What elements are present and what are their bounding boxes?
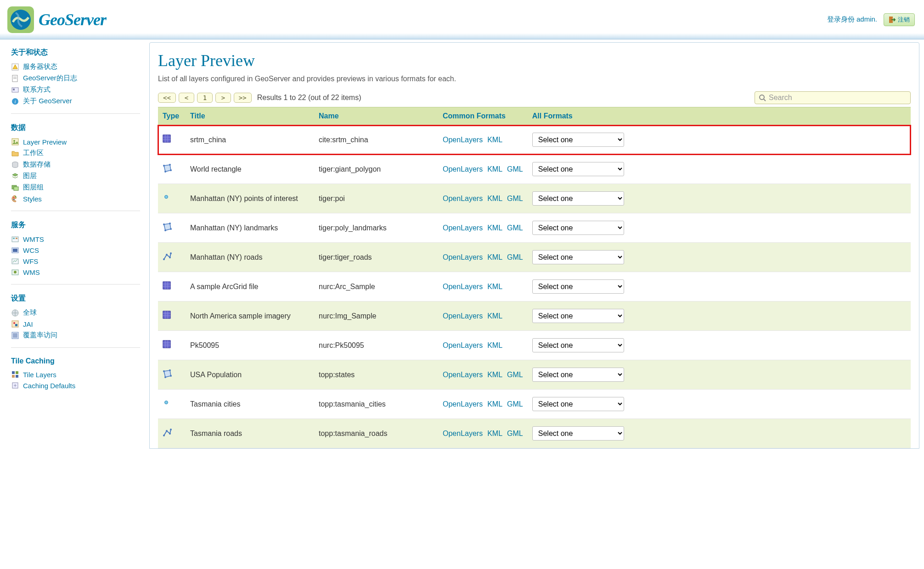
format-link-gml[interactable]: GML xyxy=(507,253,523,262)
col-all[interactable]: All Formats xyxy=(528,107,911,125)
sidebar-item[interactable]: Layer Preview xyxy=(11,136,140,147)
format-link-kml[interactable]: KML xyxy=(487,195,502,203)
sidebar-section: Tile CachingTile LayersCaching Defaults xyxy=(11,357,140,397)
sidebar-item[interactable]: WFS xyxy=(11,256,140,267)
col-name[interactable]: Name xyxy=(314,107,438,125)
format-link-openlayers[interactable]: OpenLayers xyxy=(443,165,483,173)
all-formats-select[interactable]: Select one xyxy=(532,162,624,176)
svg-point-76 xyxy=(163,370,165,372)
format-link-openlayers[interactable]: OpenLayers xyxy=(443,400,483,408)
format-link-openlayers[interactable]: OpenLayers xyxy=(443,136,483,144)
sidebar-item[interactable]: 图层组 xyxy=(11,182,140,193)
search-input[interactable] xyxy=(769,94,907,102)
page-prev-button[interactable]: < xyxy=(179,93,194,103)
col-common[interactable]: Common Formats xyxy=(438,107,528,125)
all-formats-select[interactable]: Select one xyxy=(532,191,624,206)
all-formats-select[interactable]: Select one xyxy=(532,250,624,264)
format-link-kml[interactable]: KML xyxy=(487,341,502,350)
door-exit-icon xyxy=(889,16,896,23)
table-header-row: Type Title Name Common Formats All Forma… xyxy=(158,107,911,125)
page-first-button[interactable]: << xyxy=(158,93,176,103)
cell-name: nurc:Arc_Sample xyxy=(314,272,438,301)
format-link-kml[interactable]: KML xyxy=(487,136,502,144)
sidebar-item[interactable]: Tile Layers xyxy=(11,369,140,380)
all-formats-select[interactable]: Select one xyxy=(532,221,624,235)
svg-text:i: i xyxy=(14,99,16,104)
page-next-button[interactable]: > xyxy=(215,93,231,103)
format-link-kml[interactable]: KML xyxy=(487,371,502,379)
format-link-openlayers[interactable]: OpenLayers xyxy=(443,253,483,262)
format-link-gml[interactable]: GML xyxy=(507,224,523,232)
format-link-kml[interactable]: KML xyxy=(487,400,502,408)
search-icon xyxy=(759,94,766,101)
sidebar-item[interactable]: JAI xyxy=(11,318,140,329)
svg-point-51 xyxy=(169,223,171,224)
sidebar-item[interactable]: 服务器状态 xyxy=(11,61,140,73)
format-link-openlayers[interactable]: OpenLayers xyxy=(443,195,483,203)
all-formats-select[interactable]: Select one xyxy=(532,397,624,411)
format-link-openlayers[interactable]: OpenLayers xyxy=(443,341,483,350)
format-link-openlayers[interactable]: OpenLayers xyxy=(443,430,483,438)
table-row: Manhattan (NY) roadstiger:tiger_roadsOpe… xyxy=(158,243,911,272)
all-formats-select[interactable]: Select one xyxy=(532,309,624,323)
sidebar-item-label: WCS xyxy=(23,246,39,254)
layers-table: Type Title Name Common Formats All Forma… xyxy=(158,107,911,448)
sidebar-item[interactable]: WMS xyxy=(11,267,140,278)
format-link-gml[interactable]: GML xyxy=(507,400,523,408)
sidebar-item[interactable]: 图层 xyxy=(11,170,140,182)
format-link-gml[interactable]: GML xyxy=(507,430,523,438)
sidebar-item-label: Caching Defaults xyxy=(23,382,75,390)
format-link-kml[interactable]: KML xyxy=(487,430,502,438)
format-link-openlayers[interactable]: OpenLayers xyxy=(443,224,483,232)
sidebar-item[interactable]: WCS xyxy=(11,245,140,256)
format-link-kml[interactable]: KML xyxy=(487,283,502,291)
format-link-kml[interactable]: KML xyxy=(487,312,502,320)
svg-point-48 xyxy=(164,171,166,173)
sidebar-item-label: WMS xyxy=(23,268,40,276)
sidebar-item-label: 覆盖率访问 xyxy=(23,331,57,340)
sidebar-item[interactable]: 覆盖率访问 xyxy=(11,329,140,341)
cell-type xyxy=(158,155,186,184)
format-link-kml[interactable]: KML xyxy=(487,253,502,262)
col-title[interactable]: Title xyxy=(186,107,314,125)
format-link-gml[interactable]: GML xyxy=(507,165,523,173)
svg-rect-35 xyxy=(16,375,18,378)
all-formats-select[interactable]: Select one xyxy=(532,338,624,352)
sidebar-item[interactable]: 数据存储 xyxy=(11,159,140,170)
svg-rect-34 xyxy=(12,375,15,378)
sidebar-item[interactable]: Caching Defaults xyxy=(11,380,140,391)
svg-rect-58 xyxy=(163,282,170,289)
svg-point-55 xyxy=(166,254,168,256)
all-formats-select[interactable]: Select one xyxy=(532,426,624,441)
brand[interactable]: GeoServer xyxy=(6,6,106,34)
search-box[interactable] xyxy=(755,91,911,104)
sidebar-item[interactable]: i关于 GeoServer xyxy=(11,95,140,107)
warn-icon xyxy=(11,63,19,71)
all-formats-select[interactable]: Select one xyxy=(532,279,624,294)
sidebar-item[interactable]: 全球 xyxy=(11,307,140,318)
format-link-openlayers[interactable]: OpenLayers xyxy=(443,283,483,291)
format-link-gml[interactable]: GML xyxy=(507,371,523,379)
format-link-openlayers[interactable]: OpenLayers xyxy=(443,312,483,320)
logout-button[interactable]: 注销 xyxy=(884,13,915,26)
sidebar-item[interactable]: GeoServer的日志 xyxy=(11,73,140,84)
page-number-button[interactable]: 1 xyxy=(197,93,213,103)
all-formats-select[interactable]: Select one xyxy=(532,368,624,382)
format-link-kml[interactable]: KML xyxy=(487,165,502,173)
format-link-gml[interactable]: GML xyxy=(507,195,523,203)
sidebar-item[interactable]: 工作区 xyxy=(11,147,140,159)
cell-name: topp:tasmania_roads xyxy=(314,419,438,448)
page-last-button[interactable]: >> xyxy=(234,93,252,103)
col-type[interactable]: Type xyxy=(158,107,186,125)
cell-name: topp:tasmania_cities xyxy=(314,390,438,419)
svg-point-12 xyxy=(13,140,15,142)
sidebar-item[interactable]: WMTS xyxy=(11,234,140,245)
cell-common-formats: OpenLayersKMLGML xyxy=(438,243,528,272)
format-link-openlayers[interactable]: OpenLayers xyxy=(443,371,483,379)
format-link-kml[interactable]: KML xyxy=(487,224,502,232)
svg-point-46 xyxy=(169,164,171,166)
all-formats-select[interactable]: Select one xyxy=(532,133,624,147)
sidebar-item[interactable]: Styles xyxy=(11,193,140,204)
svg-point-56 xyxy=(169,257,171,258)
sidebar-item[interactable]: 联系方式 xyxy=(11,84,140,95)
